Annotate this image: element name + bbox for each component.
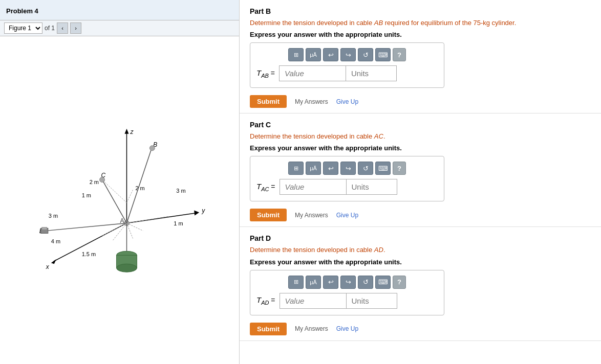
mu-icon-d: μÄ [310,279,317,285]
part-b-submit-button[interactable]: Submit [250,95,287,108]
redo-button-d[interactable]: ↪ [340,276,356,289]
grid-button-d[interactable]: ⊞ [288,276,304,289]
keyboard-icon-d: ⌨ [378,278,388,286]
keyboard-icon-c: ⌨ [378,165,388,172]
redo-icon-d: ↪ [346,278,351,286]
keyboard-button-b[interactable]: ⌨ [375,48,391,61]
help-button-b[interactable]: ? [393,48,406,61]
part-c-title: Part C [250,121,591,129]
undo-icon-d: ↩ [328,278,334,286]
part-b-title: Part B [250,7,591,15]
svg-text:1.5 m: 1.5 m [82,251,96,257]
refresh-icon-c: ↺ [363,165,369,172]
part-b-input-row: TAB = [256,65,438,81]
part-b-my-answers-link[interactable]: My Answers [295,98,328,105]
grid-icon-d: ⊞ [294,279,298,285]
figure-diagram: z y x B C A D 1 m 2 m 2 m 3 m 3 m 4 m 1.… [0,36,239,364]
grid-button-c[interactable]: ⊞ [288,162,304,175]
part-c-actions: Submit My Answers Give Up [250,209,591,221]
part-c-give-up-link[interactable]: Give Up [336,212,358,219]
svg-point-34 [117,264,137,272]
part-b-description: Determine the tension developed in cable… [250,18,591,28]
undo-button-d[interactable]: ↩ [323,276,338,289]
mu-icon-c: μÄ [310,165,317,171]
part-d-toolbar: ⊞ μÄ ↩ ↪ ↺ ⌨ ? [256,276,438,289]
part-d-give-up-link[interactable]: Give Up [336,325,358,332]
part-c-input-row: TAC = [256,179,438,195]
part-d-express: Express your answer with the appropriate… [250,258,591,266]
grid-icon-b: ⊞ [294,52,298,58]
part-b-eq-label: TAB = [256,69,275,79]
help-button-c[interactable]: ? [393,162,406,175]
part-b-express: Express your answer with the appropriate… [250,31,591,38]
undo-button-c[interactable]: ↩ [323,162,338,175]
part-d-my-answers-link[interactable]: My Answers [295,325,328,332]
keyboard-button-c[interactable]: ⌨ [375,162,391,175]
left-panel: Problem 4 Figure 1 of 1 ‹ › z y x B C A … [0,0,240,364]
refresh-button-d[interactable]: ↺ [358,276,373,289]
mu-button-c[interactable]: μÄ [306,162,321,175]
svg-text:2 m: 2 m [135,185,144,191]
part-b-value-input[interactable] [279,65,346,81]
svg-text:1 m: 1 m [82,193,91,199]
undo-icon-b: ↩ [328,51,334,59]
undo-button-b[interactable]: ↩ [323,48,338,61]
part-c-submit-button[interactable]: Submit [250,209,287,221]
refresh-button-c[interactable]: ↺ [358,162,373,175]
refresh-button-b[interactable]: ↺ [358,48,373,61]
part-c-express: Express your answer with the appropriate… [250,144,591,152]
part-d-units-input[interactable] [346,293,397,309]
part-d-title: Part D [250,234,591,242]
figure-prev-button[interactable]: ‹ [57,22,68,34]
svg-text:1 m: 1 m [174,220,183,226]
figure-of-label: of 1 [45,25,55,32]
figure-select[interactable]: Figure 1 [4,22,42,34]
figure-area: z y x B C A D 1 m 2 m 2 m 3 m 3 m 4 m 1.… [0,36,239,364]
keyboard-icon-b: ⌨ [378,51,388,59]
refresh-icon-b: ↺ [363,51,369,59]
mu-button-d[interactable]: μÄ [306,276,321,289]
mu-button-b[interactable]: μÄ [306,48,321,61]
svg-text:4 m: 4 m [51,238,60,244]
part-c-value-input[interactable] [280,179,346,195]
grid-button-b[interactable]: ⊞ [288,48,304,61]
part-c-answer-box: ⊞ μÄ ↩ ↪ ↺ ⌨ ? [250,156,444,201]
part-b-answer-box: ⊞ μÄ ↩ ↪ ↺ ⌨ ? [250,42,444,88]
redo-icon-b: ↪ [346,51,351,59]
svg-point-24 [149,146,155,151]
redo-button-c[interactable]: ↪ [340,162,356,175]
part-b-give-up-link[interactable]: Give Up [336,98,358,105]
figure-toolbar: Figure 1 of 1 ‹ › [0,20,239,36]
svg-text:z: z [130,128,134,135]
part-c-units-input[interactable] [346,179,397,195]
part-b-section: Part B Determine the tension developed i… [240,0,601,113]
refresh-icon-d: ↺ [363,278,369,286]
part-d-submit-button[interactable]: Submit [250,323,287,335]
part-c-my-answers-link[interactable]: My Answers [295,212,328,219]
help-button-d[interactable]: ? [393,276,406,289]
part-d-section: Part D Determine the tension developed i… [240,227,601,340]
part-d-input-row: TAD = [256,293,438,309]
part-b-actions: Submit My Answers Give Up [250,95,591,108]
svg-text:3 m: 3 m [176,188,185,194]
keyboard-button-d[interactable]: ⌨ [375,276,391,289]
help-icon-c: ? [397,165,401,172]
right-panel: Part B Determine the tension developed i… [240,0,601,364]
figure-next-button[interactable]: › [70,22,81,34]
svg-text:y: y [201,207,205,214]
svg-text:2 m: 2 m [90,179,99,185]
mu-icon-b: μÄ [310,52,317,58]
part-c-toolbar: ⊞ μÄ ↩ ↪ ↺ ⌨ ? [256,162,438,175]
part-d-value-input[interactable] [280,293,346,309]
part-b-units-input[interactable] [346,65,397,81]
svg-text:x: x [46,263,50,270]
part-d-description: Determine the tension developed in cable… [250,245,591,255]
problem-title: Problem 4 [0,0,239,20]
help-icon-b: ? [397,51,401,59]
redo-button-b[interactable]: ↪ [340,48,356,61]
svg-text:3 m: 3 m [49,213,58,219]
help-icon-d: ? [397,278,401,286]
part-c-section: Part C Determine the tension developed i… [240,113,601,227]
part-b-toolbar: ⊞ μÄ ↩ ↪ ↺ ⌨ ? [256,48,438,61]
part-d-actions: Submit My Answers Give Up [250,323,591,335]
